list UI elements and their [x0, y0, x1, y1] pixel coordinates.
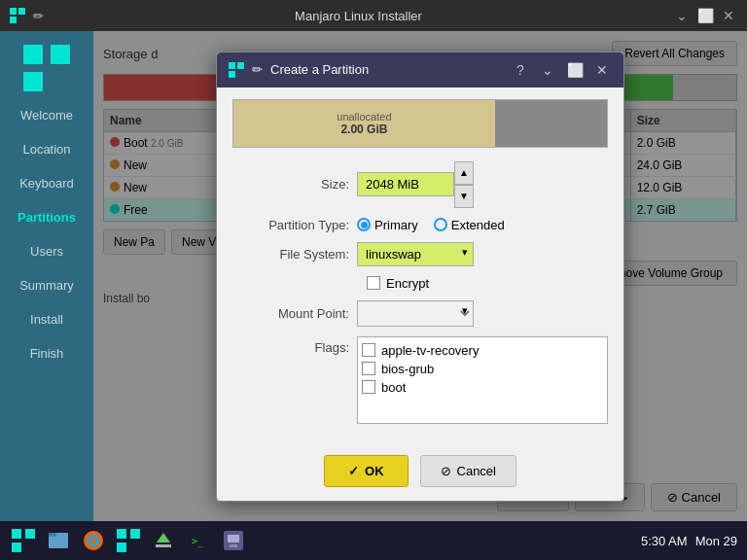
- dialog-minimize-button[interactable]: ⌄: [538, 60, 557, 80]
- taskbar-time: 5:30 AM: [641, 534, 688, 548]
- svg-rect-14: [49, 533, 56, 537]
- encrypt-checkbox-label[interactable]: Encrypt: [367, 276, 429, 291]
- dialog-maximize-button[interactable]: ⬜: [565, 60, 585, 80]
- svg-rect-11: [25, 529, 35, 539]
- dialog-unallocated-section: unallocated 2.00 GiB: [233, 100, 495, 147]
- ok-button[interactable]: ✓ OK: [324, 455, 409, 487]
- app-container: Welcome Location Keyboard Partitions Use…: [0, 31, 747, 521]
- dialog-used-section: [495, 100, 607, 147]
- encrypt-checkbox[interactable]: [367, 276, 380, 290]
- flag-checkbox-apple-tv-recovery[interactable]: [362, 343, 375, 357]
- dialog-body: unallocated 2.00 GiB Size: ▲ ▼: [217, 88, 623, 445]
- mount-point-select[interactable]: [357, 300, 474, 327]
- radio-primary-dot: [357, 218, 371, 231]
- minimize-button[interactable]: ⌄: [673, 7, 691, 24]
- title-bar: ✏ Manjaro Linux Installer ⌄ ⬜ ✕: [0, 0, 747, 31]
- taskbar-apps: >_: [10, 527, 247, 554]
- sidebar-item-users[interactable]: Users: [0, 234, 93, 268]
- size-spinner: ▲ ▼: [357, 161, 474, 208]
- filesystem-select[interactable]: linuxswap ext4 ext3 btrfs xfs vfat: [357, 242, 474, 266]
- sidebar: Welcome Location Keyboard Partitions Use…: [0, 31, 93, 521]
- maximize-button[interactable]: ⬜: [696, 7, 714, 24]
- taskbar-clock: 5:30 AM Mon 29: [641, 534, 737, 548]
- svg-marker-22: [157, 533, 170, 542]
- size-row: Size: ▲ ▼: [232, 161, 608, 208]
- sidebar-item-welcome[interactable]: Welcome: [0, 98, 93, 132]
- close-button[interactable]: ✕: [720, 7, 737, 24]
- sidebar-item-keyboard[interactable]: Keyboard: [0, 166, 93, 200]
- radio-primary[interactable]: Primary: [357, 218, 418, 232]
- flags-row: Flags: apple-tv-recovery bios-grub: [232, 336, 608, 424]
- dialog-app-icon: [229, 62, 244, 78]
- dialog-help-button[interactable]: ?: [511, 60, 530, 80]
- dialog-unallocated-size: 2.00 GiB: [340, 122, 387, 136]
- svg-rect-2: [10, 17, 17, 23]
- title-bar-pencil-icon: ✏: [33, 9, 44, 23]
- radio-extended-dot: [434, 218, 447, 231]
- filesystem-row: File System: linuxswap ext4 ext3 btrfs x…: [232, 242, 608, 266]
- svg-rect-20: [117, 542, 126, 552]
- title-bar-controls: ⌄ ⬜ ✕: [673, 7, 737, 24]
- ok-checkmark-icon: ✓: [348, 464, 359, 478]
- dialog-action-buttons: ✓ OK ⊘ Cancel: [217, 445, 623, 501]
- svg-point-17: [90, 538, 96, 543]
- dialog-unallocated-label: unallocated: [337, 111, 391, 122]
- svg-rect-12: [12, 542, 21, 552]
- flag-checkbox-boot[interactable]: [362, 380, 375, 394]
- flags-list: apple-tv-recovery bios-grub boot: [357, 336, 608, 424]
- taskbar-system-icon[interactable]: [220, 527, 247, 554]
- filesystem-select-wrapper: linuxswap ext4 ext3 btrfs xfs vfat: [357, 242, 474, 266]
- svg-rect-7: [229, 62, 235, 69]
- sidebar-item-location[interactable]: Location: [0, 132, 93, 166]
- create-partition-dialog: ✏ Create a Partition ? ⌄ ⬜ ✕ unallocate: [216, 52, 624, 502]
- taskbar-installer-icon[interactable]: [115, 527, 142, 554]
- taskbar-terminal-icon[interactable]: >_: [185, 527, 212, 554]
- filesystem-label: File System:: [232, 247, 349, 262]
- svg-rect-0: [10, 8, 17, 15]
- size-input[interactable]: [357, 172, 454, 196]
- dialog-cancel-button[interactable]: ⊘ Cancel: [420, 455, 516, 487]
- dialog-title-left: ✏ Create a Partition: [229, 62, 369, 78]
- taskbar-firefox-icon[interactable]: [80, 527, 107, 554]
- flag-checkbox-bios-grub[interactable]: [362, 362, 375, 375]
- flag-item-bios-grub[interactable]: bios-grub: [362, 360, 603, 378]
- svg-rect-19: [130, 529, 140, 539]
- cancel-circle-icon: ⊘: [441, 464, 451, 478]
- svg-rect-18: [117, 529, 126, 539]
- sidebar-item-partitions[interactable]: Partitions: [0, 200, 93, 234]
- size-decrement-button[interactable]: ▼: [454, 185, 474, 208]
- dialog-close-button[interactable]: ✕: [592, 60, 612, 80]
- svg-rect-4: [51, 45, 70, 64]
- taskbar-date: Mon 29: [695, 534, 737, 548]
- dialog-partition-visual: unallocated 2.00 GiB: [232, 99, 608, 148]
- partition-type-radio-group: Primary Extended: [357, 218, 505, 232]
- svg-rect-10: [12, 529, 21, 539]
- svg-rect-1: [18, 8, 25, 15]
- mount-point-row: Mount Point:: [232, 300, 608, 327]
- taskbar: >_ 5:30 AM Mon 29: [0, 521, 747, 560]
- encrypt-row: Encrypt: [232, 276, 608, 291]
- dialog-pencil-icon: ✏: [252, 62, 263, 77]
- flag-item-apple-tv-recovery[interactable]: apple-tv-recovery: [362, 341, 603, 360]
- taskbar-download-icon[interactable]: [150, 527, 177, 554]
- flags-label: Flags:: [232, 336, 349, 355]
- taskbar-files-icon[interactable]: [45, 527, 72, 554]
- modal-overlay: ✏ Create a Partition ? ⌄ ⬜ ✕ unallocate: [93, 31, 747, 521]
- flag-item-boot[interactable]: boot: [362, 378, 603, 397]
- mount-point-label: Mount Point:: [232, 306, 349, 321]
- main-content: Storage d Revert All Changes Name Type F…: [93, 31, 747, 521]
- taskbar-manjaro-icon[interactable]: [10, 527, 37, 554]
- size-label: Size:: [232, 177, 349, 192]
- sidebar-logo: [19, 41, 74, 98]
- svg-rect-3: [23, 45, 43, 64]
- size-increment-button[interactable]: ▲: [454, 161, 474, 185]
- title-bar-left: ✏: [10, 8, 44, 23]
- app-title: Manjaro Linux Installer: [44, 9, 673, 23]
- sidebar-item-install[interactable]: Install: [0, 302, 93, 336]
- sidebar-item-finish[interactable]: Finish: [0, 336, 93, 370]
- radio-extended[interactable]: Extended: [434, 218, 505, 232]
- svg-rect-26: [228, 535, 239, 542]
- svg-text:>_: >_: [192, 536, 204, 547]
- sidebar-item-summary[interactable]: Summary: [0, 268, 93, 302]
- dialog-title: Create a Partition: [270, 62, 369, 77]
